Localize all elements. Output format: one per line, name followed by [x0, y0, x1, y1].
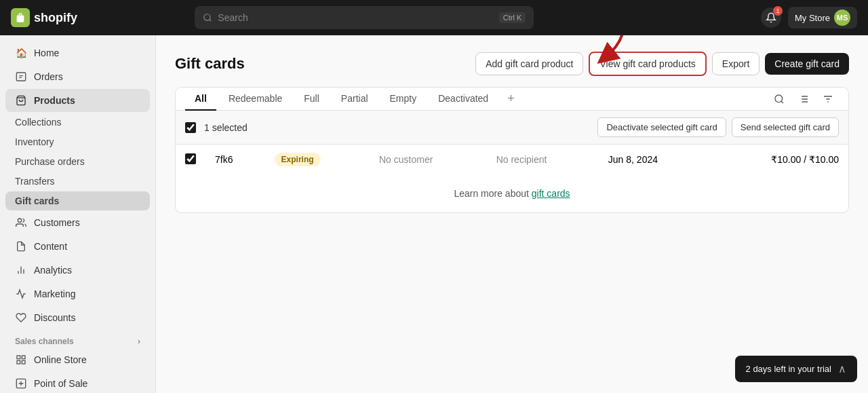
tab-deactivated[interactable]: Deactivated — [429, 88, 498, 111]
products-icon — [15, 94, 27, 107]
trial-message: 2 days left in your trial — [746, 364, 831, 374]
page-header: Gift cards Add gift card product View gi… — [175, 52, 849, 76]
sidebar-item-label: Content — [34, 241, 67, 252]
send-selected-button[interactable]: Send selected gift card — [732, 117, 839, 137]
view-gift-card-container: View gift card products — [589, 52, 706, 76]
export-button[interactable]: Export — [712, 52, 760, 75]
amount-cell: ₹10.00 / ₹10.00 — [771, 154, 839, 165]
tab-empty[interactable]: Empty — [380, 88, 427, 111]
sidebar-item-label: Point of Sale — [34, 378, 87, 389]
recipient-cell: No recipient — [496, 154, 547, 165]
sidebar-item-label: Products — [34, 95, 75, 106]
store-name: My Store — [795, 13, 830, 23]
sidebar-item-label: Home — [34, 48, 59, 58]
select-all-checkbox[interactable] — [185, 122, 196, 133]
sidebar-item-inventory[interactable]: Inventory — [5, 132, 150, 151]
svg-point-13 — [775, 95, 783, 102]
page-title: Gift cards — [175, 55, 470, 73]
customers-icon — [15, 217, 27, 229]
analytics-icon — [15, 264, 27, 276]
learn-more-section: Learn more about gift cards — [176, 174, 848, 212]
sidebar-item-home[interactable]: 🏠 Home — [5, 41, 150, 64]
marketing-icon — [15, 288, 27, 300]
shopify-bag-icon — [11, 8, 30, 27]
sidebar-item-label: Online Store — [34, 354, 87, 365]
table-row[interactable]: 7fk6 Expiring No customer No recipient J — [176, 145, 848, 174]
tab-partial[interactable]: Partial — [332, 88, 378, 111]
sidebar-sub-label: Inventory — [15, 136, 54, 147]
selection-bar: 1 selected Deactivate selected gift card… — [176, 111, 848, 145]
svg-rect-8 — [22, 356, 25, 359]
tab-all[interactable]: All — [185, 88, 216, 111]
trial-bar: 2 days left in your trial ∧ — [735, 356, 857, 382]
sidebar-sub-label: Gift cards — [15, 195, 59, 206]
top-navigation: shopify Ctrl K 1 My Store MS — [0, 0, 868, 35]
sidebar: 🏠 Home Orders Products Collections Inven… — [0, 35, 156, 393]
main-content: Gift cards Add gift card product View gi… — [156, 35, 868, 393]
notification-badge: 1 — [773, 6, 783, 16]
filter-tabs-row: All Redeemable Full Partial Empty Deacti… — [176, 88, 848, 111]
sidebar-item-purchase-orders[interactable]: Purchase orders — [5, 152, 150, 171]
store-button[interactable]: My Store MS — [788, 7, 857, 29]
selection-count: 1 selected — [204, 122, 589, 133]
filter-icon-button[interactable] — [793, 88, 814, 110]
sidebar-item-collections[interactable]: Collections — [5, 113, 150, 132]
trial-close-button[interactable]: ∧ — [838, 362, 846, 375]
gift-cards-table: 7fk6 Expiring No customer No recipient J — [176, 145, 848, 174]
svg-rect-1 — [16, 73, 25, 81]
notification-button[interactable]: 1 — [761, 7, 781, 28]
discounts-icon — [15, 312, 27, 324]
sidebar-item-gift-cards[interactable]: Gift cards — [5, 191, 150, 210]
sort-icon-button[interactable] — [817, 88, 839, 110]
sidebar-item-transfers[interactable]: Transfers — [5, 172, 150, 191]
selection-actions: Deactivate selected gift card Send selec… — [597, 117, 839, 137]
create-gift-card-button[interactable]: Create gift card — [765, 53, 849, 75]
avatar: MS — [834, 10, 850, 26]
sidebar-item-label: Analytics — [34, 265, 72, 276]
svg-rect-7 — [17, 356, 20, 359]
home-icon: 🏠 — [15, 47, 27, 59]
sidebar-item-orders[interactable]: Orders — [5, 65, 150, 88]
sidebar-item-customers[interactable]: Customers — [5, 211, 150, 234]
date-cell: Jun 8, 2024 — [608, 154, 658, 165]
sidebar-item-marketing[interactable]: Marketing — [5, 282, 150, 305]
add-filter-button[interactable]: + — [500, 88, 521, 110]
svg-point-0 — [204, 14, 210, 20]
sidebar-item-label: Marketing — [34, 288, 75, 299]
gift-card-code: 7fk6 — [215, 154, 233, 165]
orders-icon — [15, 71, 27, 83]
sidebar-item-analytics[interactable]: Analytics — [5, 259, 150, 282]
row-checkbox[interactable] — [185, 153, 196, 164]
search-bar[interactable]: Ctrl K — [195, 6, 534, 29]
search-icon-button[interactable] — [768, 88, 790, 110]
tab-full[interactable]: Full — [294, 88, 329, 111]
chevron-right-icon: › — [138, 337, 140, 346]
sales-channels-section: Sales channels › — [0, 330, 155, 348]
svg-rect-9 — [17, 360, 20, 364]
status-badge: Expiring — [275, 153, 321, 166]
sidebar-item-online-store[interactable]: Online Store — [5, 348, 150, 371]
sidebar-sub-label: Purchase orders — [15, 156, 85, 167]
search-shortcut: Ctrl K — [499, 12, 526, 23]
pos-icon — [15, 377, 27, 390]
sidebar-sub-label: Collections — [15, 117, 61, 128]
view-gift-card-products-button[interactable]: View gift card products — [589, 52, 706, 76]
sidebar-item-point-of-sale[interactable]: Point of Sale — [5, 372, 150, 393]
header-actions: Add gift card product View gift card pro… — [475, 52, 849, 76]
online-store-icon — [15, 354, 27, 366]
customer-cell: No customer — [379, 154, 433, 165]
sidebar-item-discounts[interactable]: Discounts — [5, 306, 150, 329]
sidebar-item-products[interactable]: Products — [5, 89, 150, 112]
sidebar-item-label: Customers — [34, 217, 80, 228]
gift-cards-table-card: All Redeemable Full Partial Empty Deacti… — [175, 87, 849, 213]
add-gift-card-product-button[interactable]: Add gift card product — [475, 52, 583, 75]
shopify-logo: shopify — [11, 8, 77, 27]
deactivate-selected-button[interactable]: Deactivate selected gift card — [597, 117, 726, 137]
tab-redeemable[interactable]: Redeemable — [219, 88, 292, 111]
sidebar-item-content[interactable]: Content — [5, 235, 150, 258]
gift-cards-link[interactable]: gift cards — [532, 188, 570, 199]
sidebar-item-label: Discounts — [34, 312, 75, 323]
sidebar-sub-label: Transfers — [15, 176, 55, 187]
logo-text: shopify — [34, 11, 77, 25]
search-input[interactable] — [218, 12, 494, 23]
